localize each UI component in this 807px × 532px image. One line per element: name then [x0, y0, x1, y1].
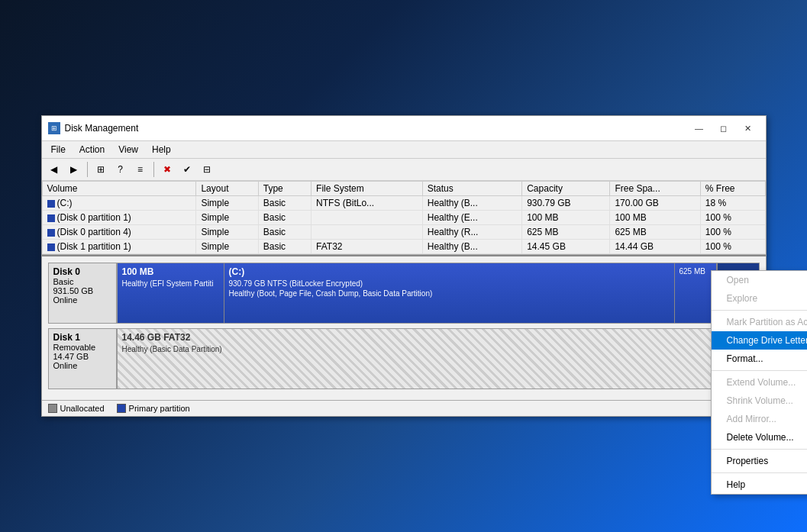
- disk0-part-c[interactable]: (C:) 930.79 GB NTFS (BitLocker Encrypted…: [224, 263, 675, 323]
- cell-type: Basic: [258, 196, 311, 211]
- cell-free: 14.44 GB: [610, 240, 700, 254]
- legend-unalloc-label: Unallocated: [60, 404, 105, 413]
- disk-table: Volume Layout Type File System Status Ca…: [42, 181, 766, 255]
- ctx-open[interactable]: Open: [712, 271, 808, 289]
- disk0-partitions: 100 MB Healthy (EFI System Partiti (C:) …: [117, 263, 760, 324]
- disk1-part-fat32[interactable]: 14.46 GB FAT32 Healthy (Basic Data Parti…: [118, 329, 759, 389]
- ctx-add-mirror[interactable]: Add Mirror...: [712, 410, 808, 428]
- menu-help[interactable]: Help: [146, 143, 177, 156]
- toolbar-btn-delete[interactable]: ✖: [158, 161, 176, 178]
- cell-status: Healthy (E...: [422, 211, 521, 225]
- disk1-size: 14.47 GB: [53, 352, 111, 361]
- table-row[interactable]: (Disk 0 partition 1) Simple Basic Health…: [42, 211, 765, 225]
- menu-action[interactable]: Action: [73, 143, 111, 156]
- ctx-explore[interactable]: Explore: [712, 289, 808, 308]
- cell-type: Basic: [258, 211, 311, 225]
- cell-volume: (Disk 0 partition 4): [42, 225, 196, 240]
- disk1-label: Disk 1 Removable 14.47 GB Online: [48, 328, 117, 389]
- disk0-efi-size: 100 MB: [122, 266, 219, 277]
- toolbar-btn-minus[interactable]: ⊟: [198, 161, 216, 178]
- cell-pct: 100 %: [700, 225, 765, 240]
- forward-button[interactable]: ▶: [65, 161, 83, 178]
- ctx-properties[interactable]: Properties: [712, 452, 808, 470]
- cell-cap: 930.79 GB: [522, 196, 610, 211]
- ctx-separator-2: [712, 370, 808, 371]
- disk0-recovery-label: 625 MB: [679, 266, 712, 276]
- col-status: Status: [422, 182, 521, 196]
- disk0-c-detail2: Healthy (Boot, Page File, Crash Dump, Ba…: [229, 289, 670, 298]
- cell-cap: 625 MB: [522, 225, 610, 240]
- disk1-status: Online: [53, 361, 111, 370]
- legend-primary-label: Primary partition: [129, 404, 190, 413]
- col-freespace: Free Spa...: [610, 182, 700, 196]
- disk1-fat32-label: 14.46 GB FAT32: [122, 332, 754, 343]
- context-menu: Open Explore Mark Partition as Active Ch…: [711, 270, 808, 495]
- ctx-extend-volume[interactable]: Extend Volume...: [712, 373, 808, 392]
- disk1-row: Disk 1 Removable 14.47 GB Online 14.46 G…: [48, 328, 760, 389]
- cell-volume: (Disk 1 partition 1): [42, 240, 196, 254]
- col-filesystem: File System: [312, 182, 423, 196]
- legend-primary-box: [117, 404, 126, 413]
- legend-unallocated: Unallocated: [48, 404, 105, 413]
- ctx-delete-volume[interactable]: Delete Volume...: [712, 428, 808, 447]
- menu-file[interactable]: File: [45, 143, 72, 156]
- app-icon: ⊞: [48, 122, 60, 134]
- legend-unalloc-box: [48, 404, 57, 413]
- cell-cap: 14.45 GB: [522, 240, 610, 254]
- maximize-button[interactable]: ◻: [712, 121, 735, 136]
- cell-free: 625 MB: [610, 225, 700, 240]
- toolbar-separator-1: [87, 162, 88, 177]
- disk1-type: Removable: [53, 343, 111, 352]
- cell-pct: 100 %: [700, 211, 765, 225]
- legend-primary: Primary partition: [117, 404, 190, 413]
- window-title: Disk Management: [65, 123, 688, 134]
- ctx-change-drive-letter[interactable]: Change Drive Letter and Paths...: [712, 331, 808, 350]
- ctx-shrink-volume[interactable]: Shrink Volume...: [712, 392, 808, 410]
- toolbar-btn-check[interactable]: ✔: [178, 161, 196, 178]
- menu-view[interactable]: View: [112, 143, 144, 156]
- disk1-fat32-detail: Healthy (Basic Data Partition): [122, 344, 754, 354]
- menu-bar: File Action View Help: [42, 141, 766, 159]
- cell-pct: 100 %: [700, 240, 765, 254]
- disk0-label: Disk 0 Basic 931.50 GB Online: [48, 263, 117, 324]
- cell-status: Healthy (B...: [422, 196, 521, 211]
- window-controls: — ◻ ✕: [688, 121, 760, 136]
- col-capacity: Capacity: [522, 182, 610, 196]
- cell-pct: 18 %: [700, 196, 765, 211]
- table-row[interactable]: (C:) Simple Basic NTFS (BitLo... Healthy…: [42, 196, 765, 211]
- ctx-mark-active[interactable]: Mark Partition as Active: [712, 313, 808, 331]
- toolbar-btn-list[interactable]: ≡: [131, 161, 150, 178]
- minimize-button[interactable]: —: [688, 121, 711, 136]
- back-button[interactable]: ◀: [45, 161, 63, 178]
- disk1-name: Disk 1: [53, 332, 111, 343]
- toolbar-btn-help[interactable]: ?: [111, 161, 130, 178]
- ctx-help[interactable]: Help: [712, 476, 808, 494]
- cell-free: 100 MB: [610, 211, 700, 225]
- col-layout: Layout: [196, 182, 258, 196]
- ctx-format[interactable]: Format...: [712, 350, 808, 368]
- disk0-status: Online: [53, 295, 111, 305]
- col-volume: Volume: [42, 182, 196, 196]
- ctx-separator-4: [712, 472, 808, 473]
- cell-volume: (C:): [42, 196, 196, 211]
- disk0-part-efi[interactable]: 100 MB Healthy (EFI System Partiti: [118, 263, 224, 323]
- disk-map-area: Disk 0 Basic 931.50 GB Online 100 MB Hea…: [42, 255, 766, 400]
- cell-status: Healthy (B...: [422, 240, 521, 254]
- disk0-c-detail1: 930.79 GB NTFS (BitLocker Encrypted): [229, 279, 670, 289]
- cell-cap: 100 MB: [522, 211, 610, 225]
- title-bar: ⊞ Disk Management — ◻ ✕: [42, 116, 766, 141]
- cell-volume: (Disk 0 partition 1): [42, 211, 196, 225]
- close-button[interactable]: ✕: [737, 121, 760, 136]
- toolbar-btn-grid[interactable]: ⊞: [92, 161, 110, 178]
- cell-type: Basic: [258, 240, 311, 254]
- cell-fs: [312, 211, 423, 225]
- cell-type: Basic: [258, 225, 311, 240]
- col-pctfree: % Free: [700, 182, 765, 196]
- disk0-efi-detail: Healthy (EFI System Partiti: [122, 279, 219, 289]
- table-row[interactable]: (Disk 0 partition 4) Simple Basic Health…: [42, 225, 765, 240]
- cell-layout: Simple: [196, 196, 258, 211]
- main-window: ⊞ Disk Management — ◻ ✕ File Action View…: [41, 115, 767, 417]
- cell-fs: FAT32: [312, 240, 423, 254]
- table-row[interactable]: (Disk 1 partition 1) Simple Basic FAT32 …: [42, 240, 765, 254]
- status-bar: Unallocated Primary partition: [42, 400, 766, 416]
